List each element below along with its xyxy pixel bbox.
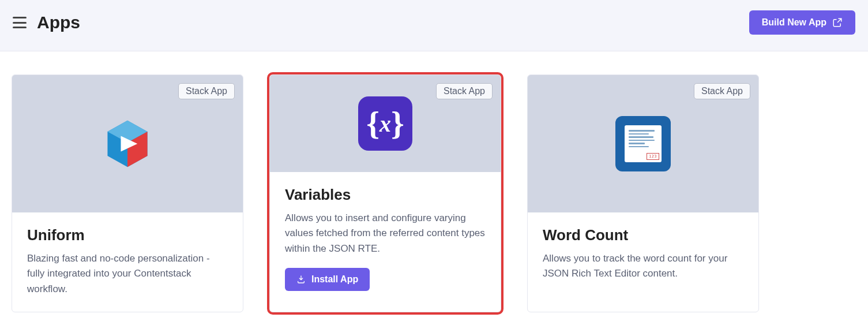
header-left: Apps [13,13,80,32]
word-count-icon: 123 [615,116,671,171]
install-icon [296,275,306,284]
build-new-app-label: Build New App [762,17,826,28]
card-title: Word Count [543,226,743,244]
app-card-variables[interactable]: Stack App {x} Variables Allows you to in… [269,74,501,312]
card-body: Uniform Blazing fast and no-code persona… [12,212,243,312]
menu-icon[interactable] [13,17,27,28]
card-body: Variables Allows you to insert and confi… [270,172,501,306]
card-title: Variables [285,186,486,204]
app-card-uniform[interactable]: Stack App Uniform Blazing fast and no-co… [12,74,243,312]
apps-grid: Stack App Uniform Blazing fast and no-co… [0,51,868,324]
card-banner: Stack App [12,75,243,212]
build-new-app-button[interactable]: Build New App [749,10,855,35]
card-description: Allows you to track the word count for y… [543,251,743,282]
uniform-icon [100,116,155,171]
install-app-button[interactable]: Install App [285,268,370,291]
stack-app-badge: Stack App [178,83,235,99]
install-app-label: Install App [311,274,358,285]
card-body: Word Count Allows you to track the word … [528,212,758,297]
card-banner: Stack App {x} [270,75,501,172]
card-description: Allows you to insert and configure varyi… [285,211,486,256]
variables-icon: {x} [358,96,412,151]
stack-app-badge: Stack App [436,83,493,99]
stack-app-badge: Stack App [694,83,750,99]
external-link-icon [832,17,843,28]
card-description: Blazing fast and no-code personalization… [27,251,228,297]
card-title: Uniform [27,226,228,244]
page-title: Apps [37,13,80,32]
app-card-word-count[interactable]: Stack App 123 Word Count Allows you to t… [527,74,759,312]
card-banner: Stack App 123 [528,75,758,212]
page-header: Apps Build New App [0,0,868,51]
